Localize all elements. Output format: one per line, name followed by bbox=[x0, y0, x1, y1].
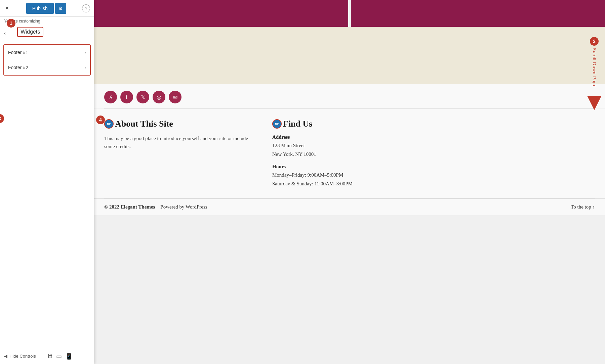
edit-about-button[interactable]: ✏ bbox=[104, 119, 114, 129]
mobile-icon[interactable]: 📱 bbox=[65, 353, 73, 360]
yelp-icon[interactable]: ʎ bbox=[104, 91, 117, 103]
bottom-bar: © 2022 Elegant Themes Powered by WordPre… bbox=[94, 198, 605, 215]
address-line-1: 123 Main Street bbox=[272, 141, 427, 150]
banner-bar-left bbox=[94, 0, 348, 27]
widgets-label: Widgets bbox=[21, 29, 40, 35]
instagram-icon[interactable]: ◎ bbox=[153, 91, 165, 103]
annotation-1: 1 bbox=[7, 19, 15, 28]
banner-area bbox=[94, 0, 605, 27]
widgets-row: ‹ Widgets bbox=[0, 24, 94, 40]
facebook-icon[interactable]: f bbox=[120, 91, 133, 103]
publish-button[interactable]: Publish bbox=[26, 3, 54, 14]
widgets-box: Widgets bbox=[17, 27, 43, 37]
chevron-right-icon: › bbox=[84, 65, 86, 70]
address-label: Address bbox=[272, 134, 427, 140]
footer-col-findus: ✏ Find Us Address 123 Main Street New Yo… bbox=[272, 119, 427, 188]
gear-button[interactable]: ⚙ bbox=[55, 3, 66, 14]
hide-controls-button[interactable]: ◀ Hide Controls bbox=[4, 354, 36, 359]
beige-section bbox=[94, 27, 605, 84]
footer-col-about: ✏ About This Site This may be a good pla… bbox=[104, 119, 259, 188]
to-top-link[interactable]: To the top ↑ bbox=[571, 204, 595, 210]
footer-section: 4 ✏ About This Site This may be a good p… bbox=[94, 109, 605, 198]
powered-text: Powered by WordPress bbox=[160, 204, 207, 210]
findus-title-text: Find Us bbox=[283, 119, 312, 129]
banner-bar-right bbox=[351, 0, 605, 27]
hours-line-2: Saturday & Sunday: 11:00AM–3:00PM bbox=[272, 180, 427, 188]
scroll-down-arrow: ▼ bbox=[582, 90, 605, 114]
hide-controls-icon: ◀ bbox=[4, 354, 7, 359]
footer-list: Footer #1 › Footer #2 › bbox=[3, 44, 91, 76]
main-preview: 2 Scroll Down Page ▼ ʎ f 𝕏 ◎ ✉ 4 ✏ About… bbox=[94, 0, 605, 364]
sidebar-header: × Publish ⚙ ? bbox=[0, 0, 94, 17]
hide-controls-label: Hide Controls bbox=[9, 354, 36, 359]
device-icons: 🖥 ▭ 📱 bbox=[47, 353, 73, 360]
scroll-down-text: Scroll Down Page bbox=[592, 48, 597, 88]
back-arrow[interactable]: ‹ bbox=[4, 30, 6, 36]
footer-2-item[interactable]: Footer #2 › bbox=[4, 60, 90, 75]
address-line-2: New York, NY 10001 bbox=[272, 150, 427, 159]
annotation-4: 4 bbox=[96, 116, 105, 124]
chevron-right-icon: › bbox=[84, 50, 86, 55]
copyright-bold: © 2022 Elegant Themes bbox=[104, 204, 155, 210]
about-title-text: About This Site bbox=[115, 119, 173, 129]
about-title: ✏ About This Site bbox=[104, 119, 259, 129]
annotation-2: 2 bbox=[590, 37, 599, 46]
edit-findus-button[interactable]: ✏ bbox=[272, 119, 282, 129]
footer-col-empty bbox=[440, 119, 595, 188]
footer-content: ✏ About This Site This may be a good pla… bbox=[94, 109, 605, 198]
footer-2-label: Footer #2 bbox=[8, 65, 28, 70]
publish-area: Publish ⚙ bbox=[26, 3, 66, 14]
email-icon[interactable]: ✉ bbox=[169, 91, 182, 103]
annotation-3: 3 bbox=[0, 114, 4, 123]
footer-1-item[interactable]: Footer #1 › bbox=[4, 45, 90, 60]
customizer-sidebar: 1 × Publish ⚙ ? You are customizing ‹ Wi… bbox=[0, 0, 94, 364]
twitter-icon[interactable]: 𝕏 bbox=[136, 91, 149, 103]
about-text: This may be a good place to introduce yo… bbox=[104, 134, 259, 150]
copyright-text: © 2022 Elegant Themes bbox=[104, 204, 155, 210]
help-button[interactable]: ? bbox=[82, 4, 90, 12]
hours-line-1: Monday–Friday: 9:00AM–5:00PM bbox=[272, 171, 427, 180]
findus-title: ✏ Find Us bbox=[272, 119, 427, 129]
close-button[interactable]: × bbox=[4, 3, 10, 13]
hours-section: Hours Monday–Friday: 9:00AM–5:00PM Satur… bbox=[272, 164, 427, 188]
copyright-area: © 2022 Elegant Themes Powered by WordPre… bbox=[104, 204, 207, 210]
tablet-icon[interactable]: ▭ bbox=[56, 353, 62, 360]
hours-label: Hours bbox=[272, 164, 427, 170]
footer-1-label: Footer #1 bbox=[8, 50, 28, 55]
desktop-icon[interactable]: 🖥 bbox=[47, 353, 53, 360]
sidebar-bottom: ◀ Hide Controls 🖥 ▭ 📱 bbox=[0, 348, 94, 364]
social-icons-row: ʎ f 𝕏 ◎ ✉ bbox=[94, 84, 605, 108]
